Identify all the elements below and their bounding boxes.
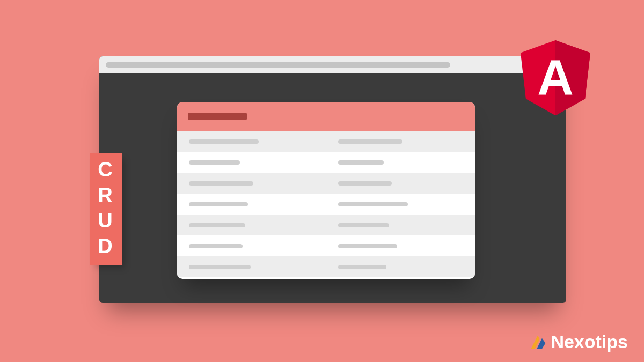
table-row	[326, 194, 475, 215]
browser-titlebar	[99, 56, 566, 73]
nexotips-icon	[528, 333, 547, 352]
cell-placeholder	[338, 223, 389, 227]
table-row	[177, 173, 326, 194]
table-row	[177, 235, 326, 256]
table-row	[326, 131, 475, 152]
cell-placeholder	[338, 244, 397, 248]
table-row	[177, 194, 326, 215]
cell-placeholder	[338, 139, 402, 144]
nexotips-brand: Nexotips	[528, 331, 628, 352]
cell-placeholder	[189, 202, 248, 206]
table-row	[177, 215, 326, 235]
cell-placeholder	[189, 181, 253, 186]
cell-placeholder	[338, 160, 384, 165]
crud-letter: C	[90, 157, 122, 183]
table-row	[326, 215, 475, 235]
crud-badge: C R U D	[90, 153, 122, 265]
cell-placeholder	[338, 265, 386, 269]
cell-placeholder	[189, 139, 259, 144]
crud-letter: D	[90, 234, 122, 260]
cell-placeholder	[189, 265, 251, 269]
cell-placeholder	[338, 181, 392, 186]
address-bar[interactable]	[106, 62, 450, 68]
table-row	[326, 173, 475, 194]
table-row	[326, 235, 475, 256]
crud-letter: R	[90, 183, 122, 209]
cell-placeholder	[338, 202, 408, 206]
crud-card	[177, 102, 475, 279]
table-col-right	[326, 131, 475, 279]
brand-name: Nexotips	[551, 331, 628, 352]
table-row	[326, 152, 475, 173]
card-header	[177, 102, 475, 131]
card-title-placeholder	[188, 113, 247, 120]
cell-placeholder	[189, 223, 245, 227]
cell-placeholder	[189, 244, 243, 248]
crud-table	[177, 131, 475, 279]
angular-logo: A	[521, 40, 590, 115]
svg-text:A: A	[537, 49, 574, 105]
cell-placeholder	[189, 160, 240, 165]
crud-letter: U	[90, 208, 122, 234]
table-row	[177, 152, 326, 173]
table-row	[177, 256, 326, 277]
table-col-left	[177, 131, 326, 279]
table-row	[177, 131, 326, 152]
table-row	[326, 256, 475, 277]
